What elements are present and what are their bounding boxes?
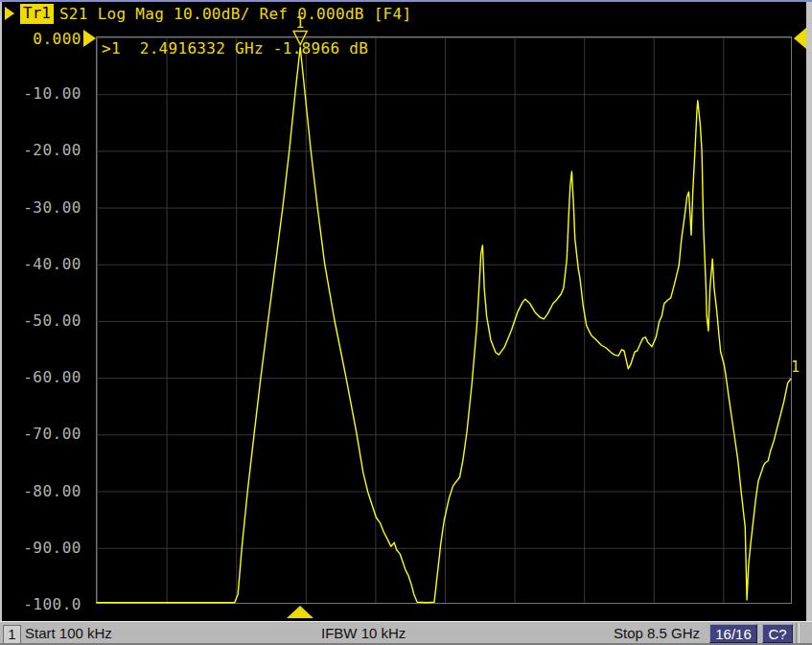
ifbw-label: IFBW 10 kHz — [321, 625, 406, 641]
y-axis-label: -80.00 — [5, 482, 81, 500]
active-trace-arrow-icon — [5, 7, 14, 20]
channel-number-box[interactable]: 1 — [3, 625, 21, 644]
y-axis-label: -40.00 — [5, 255, 81, 273]
sweep-points-badge[interactable]: 16/16 — [709, 624, 757, 643]
trace1-end-label: 1 — [791, 358, 800, 376]
statusbar-divider — [796, 623, 800, 643]
trace-settings-title[interactable]: S21 Log Mag 10.00dB/ Ref 0.000dB [F4] — [59, 5, 412, 23]
plot-area[interactable] — [96, 36, 792, 604]
y-axis-label: 0.000 — [5, 30, 81, 48]
stop-frequency-label: Stop 8.5 GHz — [614, 625, 700, 641]
status-bar: 1 Start 100 kHz IFBW 10 kHz Stop 8.5 GHz… — [0, 621, 812, 645]
ref-level-indicator-right-icon[interactable] — [794, 28, 806, 49]
trace-header-bar: Tr1 S21 Log Mag 10.00dB/ Ref 0.000dB [F4… — [2, 2, 806, 25]
y-axis-label: -100.0 — [5, 595, 81, 613]
marker1-stimulus-indicator-icon[interactable] — [287, 606, 313, 618]
marker1-number-label[interactable]: 1 — [295, 14, 304, 32]
vna-screen: Tr1 S21 Log Mag 10.00dB/ Ref 0.000dB [F4… — [0, 0, 812, 645]
window-right-edge — [806, 2, 812, 621]
y-axis-label: -70.00 — [5, 425, 81, 443]
y-axis-label: -30.00 — [5, 198, 81, 217]
trace1-badge[interactable]: Tr1 — [20, 4, 54, 24]
y-axis-label: -90.00 — [5, 539, 81, 557]
ref-level-indicator-left-icon[interactable] — [83, 30, 96, 47]
start-frequency-label: Start 100 kHz — [25, 625, 112, 641]
marker1-readout: >1 2.4916332 GHz -1.8966 dB — [102, 39, 368, 58]
y-axis-label: -20.00 — [5, 141, 81, 159]
window-left-edge — [0, 2, 2, 621]
y-axis-label: -60.00 — [5, 368, 81, 386]
cal-status-badge[interactable]: C? — [762, 624, 793, 643]
y-axis-label: -50.00 — [5, 311, 81, 330]
y-axis-label: -10.00 — [5, 84, 81, 103]
